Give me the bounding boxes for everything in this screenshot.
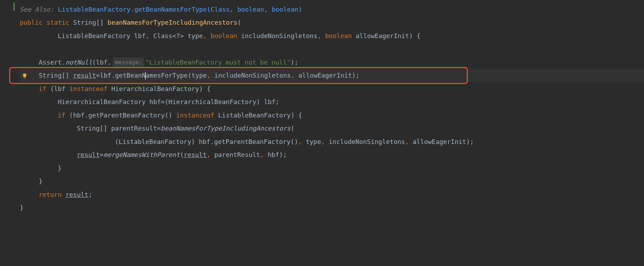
code-line: if ( lbf instanceof HierarchicalBeanFact… [20, 82, 644, 96]
code-line: if ( hbf . getParentBeanFactory () insta… [20, 109, 644, 122]
code-editor[interactable]: See Also: ListableBeanFactory.getBeanNam… [0, 3, 644, 214]
code-line: HierarchicalBeanFactory hbf = ( Hierarch… [20, 96, 644, 109]
brace-close: } [39, 176, 43, 187]
type-listable: ListableBeanFactory [58, 31, 130, 41]
type-string-array: String[] [73, 17, 104, 28]
inlay-hint[interactable]: message: [113, 58, 144, 67]
code-line-current: String[] result = lbf . getBeanNamesForT… [20, 69, 644, 83]
javadoc-link[interactable]: ListableBeanFactory.getBeanNamesForType(… [58, 4, 302, 15]
string-literal: "ListableBeanFactory must not be null" [145, 57, 291, 68]
method-not-null: notNull [66, 57, 92, 68]
class-assert: Assert [39, 57, 62, 68]
var-hbf: hbf [149, 97, 161, 107]
code-line: result = mergeNamesWithParent ( result ,… [20, 149, 644, 162]
code-line: return result ; [20, 188, 644, 201]
paren-open: ( [237, 17, 241, 28]
param-include-non-singletons: includeNonSingletons [241, 31, 317, 41]
param-type: type [188, 31, 203, 41]
comma: , [203, 31, 207, 41]
keyword-boolean: boolean [325, 31, 352, 41]
intention-bulb-icon[interactable] [22, 73, 27, 79]
keyword-static: static [47, 17, 69, 28]
paren-close-brace: ) { [409, 31, 421, 41]
code-line: Assert . notNull ( lbf , message: "Lista… [20, 56, 644, 69]
brace-close: } [20, 202, 24, 213]
keyword-boolean: boolean [211, 31, 237, 41]
code-line: ListableBeanFactory lbf , Class<?> type … [20, 29, 644, 43]
method-get-parent: getParentBeanFactory [88, 110, 165, 121]
brace-close: } [58, 163, 62, 174]
code-line-empty [20, 43, 644, 56]
comma: , [317, 31, 321, 41]
var-result: result [73, 70, 96, 81]
keyword-instanceof: instanceof [69, 84, 107, 94]
svg-rect-0 [24, 78, 26, 78]
method-merge-names: mergeNamesWithParent [104, 150, 180, 160]
method-recursive-call: beanNamesForTypeIncludingAncestors [161, 123, 290, 134]
param-allow-eager-init: allowEagerInit [355, 31, 409, 41]
keyword-if: if [39, 84, 47, 94]
code-line: } [20, 175, 644, 188]
code-line: } [20, 201, 644, 215]
method-call: getBeanNamesForType [115, 70, 188, 81]
param-lbf: lbf [134, 31, 146, 41]
code-line: ( ListableBeanFactory ) hbf . getParentB… [20, 135, 644, 149]
text-cursor [145, 72, 146, 80]
code-line-comment: See Also: ListableBeanFactory.getBeanNam… [20, 3, 644, 16]
code-line: String[] parentResult = beanNamesForType… [20, 122, 644, 135]
code-line: } [20, 162, 644, 175]
var-parent-result: parentResult [111, 123, 157, 134]
code-line: public static String[] beanNamesForTypeI… [20, 16, 644, 30]
javadoc-see-also: See Also: [20, 4, 54, 15]
method-definition: beanNamesForTypeIncludingAncestors [107, 17, 237, 28]
type-class: Class<?> [153, 31, 184, 41]
comma: , [145, 31, 149, 41]
keyword-return: return [39, 189, 62, 200]
keyword-public: public [20, 17, 43, 28]
type-string-array: String[] [39, 70, 69, 81]
